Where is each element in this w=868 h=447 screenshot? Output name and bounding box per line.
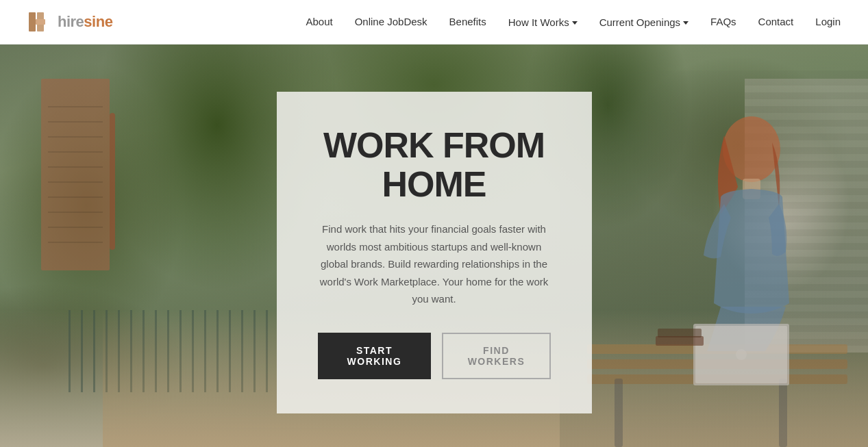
- logo-icon: [27, 10, 52, 34]
- hero-title: WORK FROM HOME: [318, 126, 551, 204]
- nav-item-online-jobdesk[interactable]: Online JobDesk: [355, 16, 427, 28]
- find-workers-button[interactable]: FIND WORKERS: [442, 333, 550, 379]
- nav-item-benefits[interactable]: Benefits: [449, 16, 486, 28]
- hero-card: WORK FROM HOME Find work that hits your …: [277, 92, 592, 413]
- nav-link-about[interactable]: About: [306, 16, 332, 27]
- nav-item-about[interactable]: About: [306, 16, 332, 28]
- nav-item-current-openings[interactable]: Current Openings: [599, 16, 689, 28]
- hero-section: WORK FROM HOME Find work that hits your …: [0, 44, 868, 447]
- hero-content: WORK FROM HOME Find work that hits your …: [0, 44, 868, 447]
- nav-item-contact[interactable]: Contact: [758, 16, 794, 28]
- svg-rect-0: [29, 12, 36, 31]
- nav-link-contact[interactable]: Contact: [758, 16, 794, 27]
- nav-links: About Online JobDesk Benefits How It Wor…: [306, 16, 841, 28]
- hero-buttons: START WORKING FIND WORKERS: [318, 333, 551, 379]
- chevron-down-icon: [683, 21, 689, 25]
- svg-rect-2: [36, 19, 45, 25]
- nav-link-how-it-works[interactable]: How It Works: [508, 16, 578, 28]
- start-working-button[interactable]: START WORKING: [318, 333, 432, 379]
- nav-link-faqs[interactable]: FAQs: [710, 16, 736, 27]
- nav-link-benefits[interactable]: Benefits: [449, 16, 486, 27]
- nav-link-current-openings[interactable]: Current Openings: [599, 16, 689, 28]
- nav-item-login[interactable]: Login: [815, 16, 841, 28]
- nav-item-faqs[interactable]: FAQs: [710, 16, 736, 28]
- nav-item-how-it-works[interactable]: How It Works: [508, 16, 578, 28]
- logo-text: hiresine: [58, 13, 112, 31]
- hero-description: Find work that hits your financial goals…: [318, 220, 551, 308]
- navbar: hiresine About Online JobDesk Benefits H…: [0, 0, 868, 44]
- nav-link-online-jobdesk[interactable]: Online JobDesk: [355, 16, 427, 27]
- chevron-down-icon: [572, 21, 578, 25]
- logo[interactable]: hiresine: [27, 10, 112, 34]
- nav-link-login[interactable]: Login: [815, 16, 841, 27]
